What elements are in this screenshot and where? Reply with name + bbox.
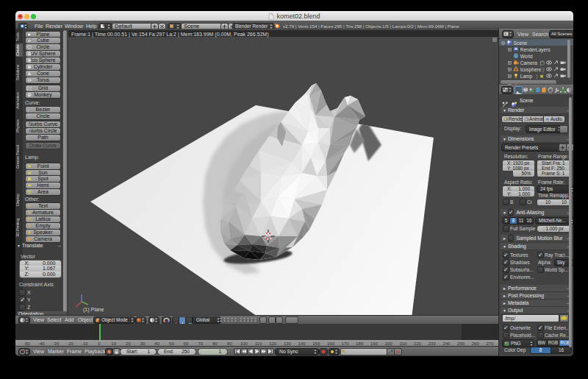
svg-text:270: 270 [486, 341, 494, 346]
svg-text:170: 170 [342, 341, 350, 346]
svg-text:140: 140 [298, 341, 306, 346]
svg-text:30: 30 [140, 341, 146, 346]
svg-text:-50: -50 [24, 341, 30, 346]
svg-text:240: 240 [442, 341, 451, 346]
svg-text:F: F [28, 204, 31, 208]
svg-text:230: 230 [429, 341, 437, 346]
svg-text:100: 100 [240, 341, 248, 346]
svg-text:250: 250 [457, 341, 465, 346]
svg-text:40: 40 [154, 341, 159, 346]
svg-text:90: 90 [227, 341, 232, 346]
svg-text:60: 60 [184, 341, 189, 346]
svg-text:220: 220 [414, 341, 422, 346]
svg-text:80: 80 [212, 341, 218, 346]
svg-text:70: 70 [198, 341, 203, 346]
svg-text:150: 150 [312, 341, 320, 346]
svg-text:-30: -30 [53, 341, 60, 346]
svg-text:200: 200 [385, 341, 393, 346]
svg-text:20: 20 [126, 341, 131, 346]
svg-text:180: 180 [356, 341, 364, 346]
svg-text:0: 0 [98, 341, 101, 346]
svg-text:160: 160 [327, 341, 335, 346]
svg-text:10: 10 [111, 341, 116, 346]
svg-text:210: 210 [399, 341, 407, 346]
svg-text:130: 130 [284, 341, 292, 346]
svg-text:-10: -10 [82, 341, 88, 346]
svg-text:-20: -20 [67, 341, 74, 346]
svg-text:120: 120 [269, 341, 277, 346]
svg-text:(1) Plane: (1) Plane [83, 307, 104, 313]
svg-text:-40: -40 [38, 341, 45, 346]
svg-text:190: 190 [370, 341, 379, 346]
svg-text:110: 110 [255, 341, 262, 346]
svg-text:Frame:1 | Time:00.00.51 | Ve:1: Frame:1 | Time:00.00.51 | Ve:154 Fa:297 … [71, 32, 269, 38]
svg-text:260: 260 [472, 341, 480, 346]
svg-text:50: 50 [169, 341, 174, 346]
